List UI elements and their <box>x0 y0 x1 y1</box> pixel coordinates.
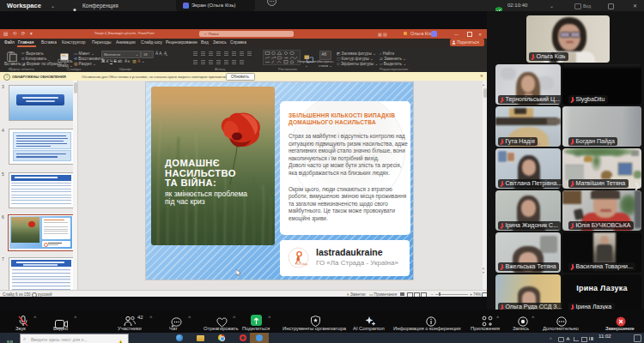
svg-text:Ла Страда: Ла Страда <box>297 262 308 266</box>
svg-text:як змінюється проблема: як змінюється проблема <box>165 190 247 198</box>
svg-text:НАСИЛЬСТВО: НАСИЛЬСТВО <box>165 168 236 178</box>
svg-text:ДОМАШНЄ: ДОМАШНЄ <box>165 158 220 168</box>
svg-text:під час криз: під час криз <box>165 197 205 206</box>
svg-text:ТА ВІЙНА:: ТА ВІЙНА: <box>165 178 216 188</box>
